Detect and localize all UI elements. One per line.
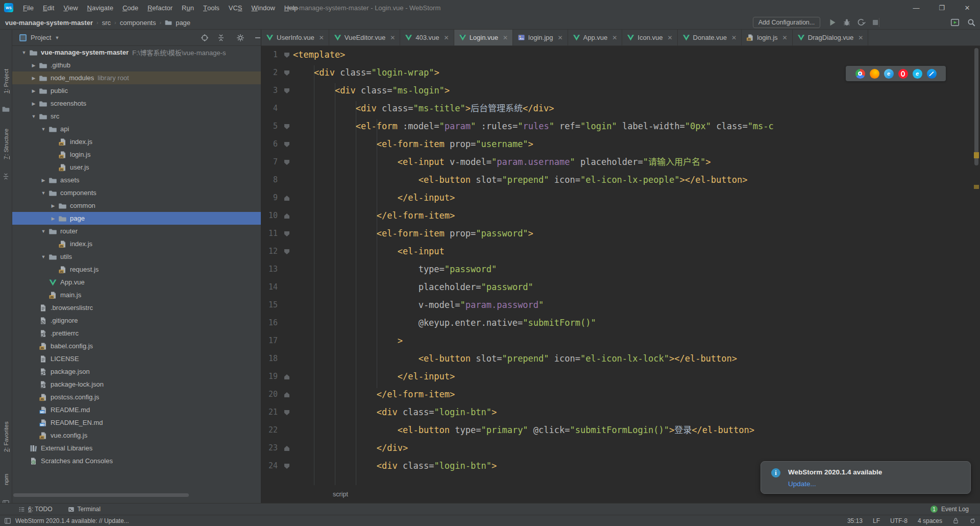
tree-item-.browserslistrc[interactable]: .browserslistrc [12, 301, 261, 314]
ie-browser-icon[interactable]: e [913, 69, 922, 79]
tree-item-readme-en.md[interactable]: README_EN.md [12, 416, 261, 429]
chevron-right-icon[interactable]: ▶ [29, 76, 39, 81]
tree-item-utils[interactable]: ▼utils [12, 250, 261, 263]
tree-item-public[interactable]: ▶public [12, 84, 261, 97]
select-opened-file-icon[interactable] [201, 34, 209, 42]
tree-item-router[interactable]: ▼router [12, 225, 261, 237]
tree-item-node-modules[interactable]: ▶node_moduleslibrary root [12, 71, 261, 84]
collapse-all-icon[interactable] [217, 34, 225, 42]
close-icon[interactable]: ✕ [612, 34, 617, 41]
chevron-right-icon[interactable]: ▶ [29, 63, 39, 68]
tab-userinfo.vue[interactable]: UserInfo.vue✕ [261, 30, 329, 45]
fold-marker-icon[interactable] [279, 46, 293, 64]
breadcrumb-item[interactable]: page [176, 19, 190, 27]
tree-item-.gitignore[interactable]: .gitignore [12, 314, 261, 327]
menu-vcs[interactable]: VCS [224, 0, 247, 15]
hide-panel-icon[interactable] [254, 34, 261, 42]
code-line-15[interactable]: 15 v-model="param.password" [261, 296, 980, 314]
close-icon[interactable]: ✕ [782, 34, 788, 41]
code-line-3[interactable]: 3 <div class="ms-login"> [261, 82, 980, 100]
code-line-14[interactable]: 14 placeholder="password" [261, 278, 980, 296]
indent-setting[interactable]: 4 spaces [918, 517, 942, 524]
fold-marker-icon[interactable] [279, 386, 293, 403]
error-stripe-mark[interactable] [974, 152, 979, 158]
run-anything-icon[interactable] [950, 18, 960, 27]
todo-tool-button[interactable]: 6: TODO [18, 506, 53, 513]
tree-item-license[interactable]: LICENSE [12, 352, 261, 365]
code-line-6[interactable]: 6 <el-form-item prop="username"> [261, 135, 980, 153]
tree-item-babel.config.js[interactable]: babel.config.js [12, 340, 261, 352]
terminal-tool-button[interactable]: Terminal [68, 506, 101, 513]
code-line-4[interactable]: 4 <div class="ms-title">后台管理系统</div> [261, 100, 980, 117]
tree-item-.prettierrc[interactable]: .prettierrc [12, 327, 261, 340]
sidebar-item-structure[interactable]: 7: Structure [0, 121, 12, 168]
menu-edit[interactable]: Edit [38, 0, 59, 15]
code-line-16[interactable]: 16 @keyup.enter.native="submitForm()" [261, 314, 980, 332]
debug-icon[interactable] [842, 18, 851, 27]
fold-marker-icon[interactable] [279, 189, 293, 207]
readonly-lock-icon[interactable] [952, 517, 959, 524]
tree-item-package.json[interactable]: package.json [12, 365, 261, 378]
chevron-right-icon[interactable]: ▶ [29, 88, 39, 93]
tree-item-vue.config.js[interactable]: vue.config.js [12, 429, 261, 442]
tree-item-.github[interactable]: ▶.github [12, 59, 261, 71]
menu-code[interactable]: Code [118, 0, 143, 15]
tree-item-assets[interactable]: ▶assets [12, 174, 261, 186]
tree-item-common[interactable]: ▶common [12, 199, 261, 212]
chevron-down-icon[interactable]: ▼ [19, 50, 29, 55]
tab-vueeditor.vue[interactable]: VueEditor.vue✕ [329, 30, 401, 45]
inspections-hector-icon[interactable] [969, 517, 976, 524]
close-button[interactable]: ✕ [954, 0, 980, 15]
sidebar-item-npm[interactable]: npm [0, 468, 12, 491]
menu-refactor[interactable]: Refactor [143, 0, 177, 15]
tree-item-package-lock.json[interactable]: package-lock.json [12, 378, 261, 391]
fold-marker-icon[interactable] [279, 368, 293, 386]
fold-marker-icon[interactable] [279, 82, 293, 100]
search-everywhere-icon[interactable] [967, 18, 976, 27]
line-separator[interactable]: LF [873, 517, 880, 524]
tab-login.vue[interactable]: Login.vue✕ [454, 30, 513, 45]
close-icon[interactable]: ✕ [858, 34, 863, 41]
fold-marker-icon[interactable] [279, 403, 293, 421]
event-log-button[interactable]: 1 Event Log [930, 506, 969, 513]
close-icon[interactable]: ✕ [731, 34, 737, 41]
breadcrumb-item[interactable]: components [120, 19, 156, 27]
close-icon[interactable]: ✕ [668, 34, 673, 41]
safari-browser-icon[interactable] [927, 69, 937, 79]
menu-run[interactable]: Run [177, 0, 199, 15]
tree-item-postcss.config.js[interactable]: postcss.config.js [12, 391, 261, 403]
code-line-13[interactable]: 13 type="password" [261, 260, 980, 278]
file-encoding[interactable]: UTF-8 [890, 517, 908, 524]
tree-item-main.js[interactable]: main.js [12, 289, 261, 301]
opera-browser-icon[interactable] [898, 69, 908, 79]
tree-item-external-libraries[interactable]: External Libraries [12, 442, 261, 455]
code-line-21[interactable]: 21 <div class="login-btn"> [261, 403, 980, 421]
tree-item-components[interactable]: ▼components [12, 186, 261, 199]
fold-marker-icon[interactable] [279, 207, 293, 225]
fold-marker-icon[interactable] [279, 135, 293, 153]
chevron-down-icon[interactable]: ▼ [29, 114, 39, 119]
chevron-down-icon[interactable]: ▼ [38, 190, 48, 196]
chevron-down-icon[interactable]: ▼ [38, 254, 48, 259]
chevron-down-icon[interactable]: ▼ [55, 35, 59, 40]
close-icon[interactable]: ✕ [503, 34, 508, 41]
menu-navigate[interactable]: Navigate [83, 0, 118, 15]
tab-login.jpg[interactable]: login.jpg✕ [513, 30, 568, 45]
chevron-right-icon[interactable]: ▶ [38, 178, 48, 183]
run-icon[interactable] [828, 18, 837, 27]
code-line-7[interactable]: 7 <el-input v-model="param.username" pla… [261, 153, 980, 171]
tree-item-screenshots[interactable]: ▶screenshots [12, 97, 261, 110]
code-line-19[interactable]: 19 </el-input> [261, 368, 980, 386]
tree-item-index.js[interactable]: index.js [12, 237, 261, 250]
status-message-area[interactable]: WebStorm 2020.1.4 available: // Update..… [4, 517, 129, 524]
menu-file[interactable]: File [18, 0, 38, 15]
code-line-23[interactable]: 23 </div> [261, 439, 980, 457]
breadcrumb-item[interactable]: src [102, 19, 111, 27]
firefox-browser-icon[interactable] [870, 69, 879, 79]
fold-marker-icon[interactable] [279, 117, 293, 135]
code-line-5[interactable]: 5 <el-form :model="param" :rules="rules"… [261, 117, 980, 135]
tab-app.vue[interactable]: App.vue✕ [568, 30, 623, 45]
code-line-18[interactable]: 18 <el-button slot="prepend" icon="el-ic… [261, 350, 980, 368]
code-line-10[interactable]: 10 </el-form-item> [261, 207, 980, 225]
fold-marker-icon[interactable] [279, 225, 293, 243]
